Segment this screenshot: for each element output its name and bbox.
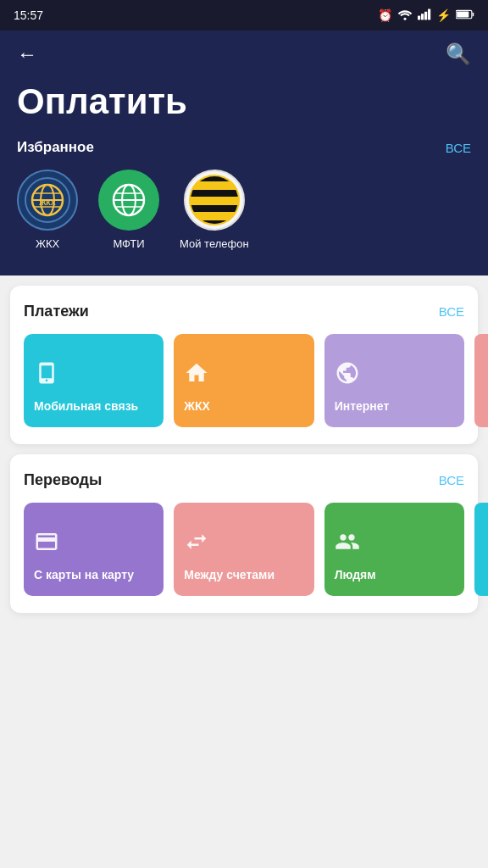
tile-partial-transfers (474, 503, 488, 596)
favorites-all-link[interactable]: ВСЕ (446, 141, 471, 155)
wifi-icon (397, 8, 413, 23)
internet-label: Интернет (335, 398, 390, 414)
svg-text:ЖКХ: ЖКХ (38, 198, 56, 207)
svg-rect-4 (428, 8, 430, 19)
svg-rect-1 (418, 15, 420, 19)
phone-icon-wrap (184, 170, 245, 231)
favorites-title: Избранное (17, 139, 94, 156)
transfers-header: Переводы ВСЕ (24, 471, 464, 489)
tile-internet[interactable]: Интернет (324, 334, 464, 427)
myphone-label: Мой телефон (180, 237, 249, 250)
phone-icon (34, 360, 59, 392)
svg-rect-7 (473, 13, 474, 17)
people-icon (335, 529, 360, 560)
payments-card: Платежи ВСЕ Мобильная связь ЖКХ (10, 286, 478, 444)
status-time: 15:57 (14, 8, 43, 22)
tile-card-to-card[interactable]: С карты на карту (24, 503, 164, 596)
back-button[interactable]: ← (17, 42, 37, 66)
home-icon (184, 360, 209, 392)
svg-rect-28 (189, 205, 240, 212)
jkh-label: ЖКХ (36, 237, 59, 250)
svg-rect-2 (421, 14, 424, 19)
payments-header: Платежи ВСЕ (24, 303, 464, 320)
svg-rect-6 (457, 11, 469, 17)
tile-people[interactable]: Людям (324, 503, 464, 596)
tile-jkh[interactable]: ЖКХ (174, 334, 313, 427)
transfers-tiles: С карты на карту Между счетами Людям (24, 503, 464, 596)
card-to-card-label: С карты на карту (34, 567, 134, 582)
tile-between-accounts[interactable]: Между счетами (174, 503, 313, 596)
transfers-card: Переводы ВСЕ С карты на карту Между счет… (10, 454, 478, 613)
payments-all-link[interactable]: ВСЕ (439, 304, 464, 319)
between-accounts-label: Между счетами (184, 567, 274, 582)
mfti-label: МФТИ (113, 237, 144, 250)
alarm-icon: ⏰ (378, 8, 392, 22)
favorites-header: Избранное ВСЕ (17, 139, 471, 156)
charging-icon: ⚡ (436, 8, 451, 22)
favorite-myphone[interactable]: Мой телефон (180, 170, 249, 250)
top-nav: ← 🔍 (17, 31, 471, 75)
transfers-title: Переводы (24, 471, 102, 489)
mfti-icon-wrap (98, 170, 159, 231)
search-button[interactable]: 🔍 (446, 42, 471, 66)
payments-tiles: Мобильная связь ЖКХ Интернет (24, 334, 464, 427)
status-bar: 15:57 ⏰ ⚡ (0, 0, 488, 31)
svg-rect-26 (189, 190, 240, 197)
transfers-all-link[interactable]: ВСЕ (439, 473, 464, 487)
header-section: ← 🔍 Оплатить Избранное ВСЕ ЖКХ (0, 31, 488, 275)
mobile-label: Мобильная связь (34, 398, 138, 414)
svg-point-0 (404, 17, 407, 19)
signal-icon (418, 8, 431, 23)
tile-mobile[interactable]: Мобильная связь (24, 334, 164, 427)
jkh-icon-wrap: ЖКХ (17, 170, 78, 231)
svg-rect-3 (424, 11, 427, 19)
svg-rect-27 (189, 197, 240, 205)
favorite-jkh[interactable]: ЖКХ ЖКХ (17, 170, 78, 250)
transfer-icon (184, 529, 209, 560)
globe-icon (335, 360, 360, 392)
people-label: Людям (335, 567, 376, 582)
payments-title: Платежи (24, 303, 89, 320)
battery-icon (456, 8, 474, 22)
card-icon (34, 529, 59, 560)
favorites-row: ЖКХ ЖКХ МФТИ (17, 170, 471, 250)
jkh-tile-label: ЖКХ (184, 398, 210, 414)
status-icons: ⏰ ⚡ (378, 8, 474, 23)
favorite-mfti[interactable]: МФТИ (98, 170, 159, 250)
page-title: Оплатить (17, 81, 471, 122)
tile-partial-payments (474, 334, 488, 427)
